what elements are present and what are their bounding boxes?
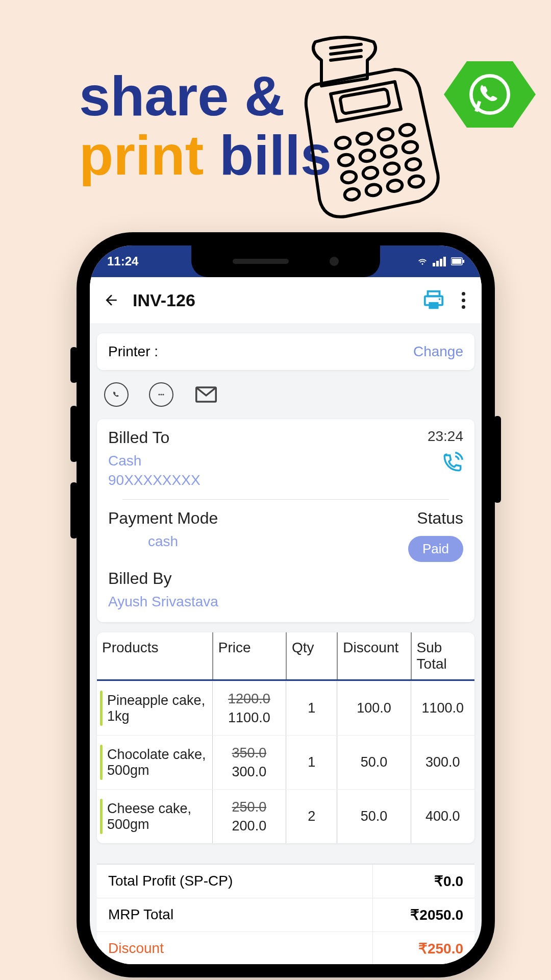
totals-section: Total Profit (SP-CP) ₹0.0 MRP Total ₹205… (97, 864, 474, 964)
bill-time: 23:24 (428, 428, 463, 445)
th-price: Price (212, 632, 286, 679)
cell-product: Cheese cake, 500gm (97, 790, 212, 843)
call-customer-button[interactable] (442, 452, 463, 475)
cell-discount: 100.0 (337, 681, 410, 735)
mrp-total-label: MRP Total (97, 898, 372, 932)
items-table: Products Price Qty Discount Sub Total Pi… (97, 632, 474, 843)
svg-rect-1 (340, 89, 390, 114)
th-discount: Discount (337, 632, 410, 679)
table-row: Cheese cake, 500gm 250.0 200.0 2 50.0 40… (97, 789, 474, 843)
svg-rect-20 (463, 260, 464, 263)
svg-point-5 (399, 124, 415, 137)
svg-point-16 (387, 179, 403, 192)
payment-mode-label: Payment Mode (108, 509, 218, 528)
svg-point-13 (405, 158, 421, 171)
discount-label: Discount (97, 932, 372, 964)
cell-price: 250.0 200.0 (212, 790, 286, 843)
battery-icon (451, 257, 464, 265)
app-bar: INV-126 (90, 277, 482, 323)
invoice-title: INV-126 (133, 290, 409, 310)
svg-point-12 (384, 162, 400, 175)
printer-label: Printer : (108, 344, 158, 360)
svg-point-10 (341, 170, 357, 184)
arrow-left-icon (103, 292, 119, 308)
phone-frame: 11:24 INV-126 Printer : Change (77, 232, 495, 977)
phone-call-icon (442, 452, 463, 473)
cell-qty: 1 (286, 736, 337, 789)
svg-point-6 (338, 153, 354, 166)
svg-point-27 (162, 394, 164, 395)
svg-point-24 (439, 298, 441, 300)
th-qty: Qty (286, 632, 337, 679)
phone-notch (191, 246, 380, 277)
cell-price: 350.0 300.0 (212, 736, 286, 789)
cell-qty: 2 (286, 790, 337, 843)
svg-point-9 (402, 140, 418, 154)
svg-point-3 (356, 132, 372, 145)
svg-point-14 (344, 188, 360, 201)
table-header: Products Price Qty Discount Sub Total (97, 632, 474, 681)
pos-printer-illustration (283, 36, 452, 219)
svg-point-26 (160, 394, 162, 395)
change-printer-button[interactable]: Change (413, 344, 463, 360)
cell-discount: 50.0 (337, 790, 410, 843)
th-subtotal: Sub Total (411, 632, 474, 679)
phone-side-button (494, 416, 501, 503)
cell-price: 1200.0 1100.0 (212, 681, 286, 735)
print-button[interactable] (422, 288, 445, 312)
customer-name: Cash (108, 451, 201, 471)
phone-screen: 11:24 INV-126 Printer : Change (90, 246, 482, 964)
svg-point-2 (335, 136, 351, 150)
table-row: Chocolate cake, 500gm 350.0 300.0 1 50.0… (97, 735, 474, 789)
total-profit-value: ₹0.0 (372, 864, 474, 898)
cell-subtotal: 300.0 (411, 736, 474, 789)
share-row (97, 380, 474, 409)
svg-point-17 (408, 175, 424, 188)
whatsapp-badge (444, 61, 536, 128)
phone-side-button (70, 347, 78, 383)
cell-subtotal: 1100.0 (411, 681, 474, 735)
share-whatsapp-button[interactable] (104, 382, 129, 407)
printer-icon (422, 288, 445, 312)
back-button[interactable] (103, 292, 119, 308)
mrp-total-value: ₹2050.0 (372, 898, 474, 932)
whatsapp-icon (469, 74, 510, 115)
cell-subtotal: 400.0 (411, 790, 474, 843)
more-menu-button[interactable] (459, 292, 468, 309)
phone-side-button (70, 482, 78, 538)
chat-icon (155, 388, 167, 401)
payment-mode-value: cash (148, 532, 178, 551)
discount-value: ₹250.0 (372, 932, 474, 964)
headline-amp: & (244, 64, 285, 127)
total-profit-label: Total Profit (SP-CP) (97, 864, 372, 898)
billed-by-value: Ayush Srivastava (108, 592, 463, 611)
billed-to-label: Billed To (108, 428, 201, 447)
headline-share: share (79, 64, 229, 127)
th-product: Products (97, 632, 212, 679)
cell-product: Chocolate cake, 500gm (97, 736, 212, 789)
headline-print: print (79, 124, 204, 186)
svg-point-8 (381, 145, 397, 158)
billed-by-label: Billed By (108, 569, 463, 588)
bill-summary-card: Billed To Cash 90XXXXXXXX 23:24 Payment (97, 419, 474, 622)
mail-icon (195, 386, 217, 403)
status-label: Status (417, 509, 463, 528)
signal-icon (433, 257, 446, 266)
customer-phone: 90XXXXXXXX (108, 471, 201, 490)
phone-side-button (70, 406, 78, 462)
svg-rect-19 (452, 259, 461, 264)
share-email-button[interactable] (194, 382, 218, 407)
wifi-icon (417, 256, 428, 266)
svg-point-4 (378, 128, 394, 141)
status-badge: Paid (408, 536, 463, 562)
cell-qty: 1 (286, 681, 337, 735)
cell-product: Pineapple cake, 1kg (97, 681, 212, 735)
svg-point-25 (158, 394, 160, 395)
table-row: Pineapple cake, 1kg 1200.0 1100.0 1 100.… (97, 681, 474, 735)
svg-point-11 (362, 166, 379, 180)
printer-selection-row: Printer : Change (97, 333, 474, 370)
svg-point-7 (359, 149, 375, 162)
cell-discount: 50.0 (337, 736, 410, 789)
share-sms-button[interactable] (149, 382, 173, 407)
svg-rect-23 (429, 302, 438, 309)
